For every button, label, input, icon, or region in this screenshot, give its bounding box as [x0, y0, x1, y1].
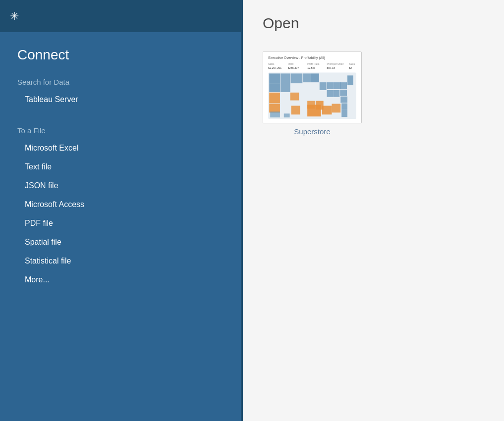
svg-rect-21: [290, 93, 299, 101]
svg-rect-35: [341, 104, 347, 109]
svg-rect-14: [269, 83, 280, 92]
svg-rect-25: [332, 104, 340, 113]
svg-text:$286,397: $286,397: [288, 66, 299, 69]
text-file-item[interactable]: Text file: [0, 158, 243, 176]
svg-rect-16: [291, 73, 303, 83]
search-for-data-label: Search for Data: [0, 73, 243, 90]
svg-rect-17: [303, 73, 311, 82]
svg-rect-38: [347, 75, 353, 85]
svg-text:Profit per Order: Profit per Order: [327, 63, 344, 65]
svg-rect-20: [269, 104, 280, 113]
sidebar: ✳ Connect Search for Data Tableau Server…: [0, 0, 243, 421]
svg-rect-31: [334, 90, 339, 97]
svg-rect-24: [322, 105, 332, 114]
sidebar-content: Connect Search for Data Tableau Server T…: [0, 32, 243, 421]
svg-rect-30: [327, 90, 334, 97]
microsoft-access-item[interactable]: Microsoft Access: [0, 195, 243, 214]
svg-text:Sales: Sales: [268, 63, 275, 65]
svg-text:Profit: Profit: [288, 63, 294, 65]
svg-text:Executive Overview - Profitabi: Executive Overview - Profitability (All): [268, 56, 325, 60]
connect-title: Connect: [0, 32, 243, 73]
open-title: Open: [263, 15, 484, 32]
svg-rect-39: [270, 111, 280, 117]
svg-rect-26: [291, 105, 300, 114]
tableau-logo-icon: ✳: [10, 11, 19, 22]
svg-rect-18: [311, 73, 319, 82]
svg-rect-32: [340, 82, 347, 89]
svg-text:$57.18: $57.18: [327, 66, 336, 69]
tableau-server-item[interactable]: Tableau Server: [0, 90, 243, 109]
svg-rect-19: [269, 93, 280, 104]
svg-rect-13: [269, 73, 280, 83]
spatial-file-item[interactable]: Spatial file: [0, 233, 243, 252]
superstore-thumbnail: Executive Overview - Profitability (All)…: [263, 52, 362, 123]
svg-rect-33: [340, 90, 347, 96]
svg-text:$2,297,201: $2,297,201: [268, 66, 281, 69]
svg-rect-37: [307, 105, 321, 117]
recent-files: Executive Overview - Profitability (All)…: [263, 52, 484, 136]
superstore-workbook-name: Superstore: [294, 127, 330, 136]
sidebar-header: ✳: [0, 0, 243, 32]
json-file-item[interactable]: JSON file: [0, 176, 243, 195]
svg-text:12.5%: 12.5%: [307, 66, 315, 69]
svg-rect-15: [280, 73, 290, 92]
svg-rect-27: [320, 82, 327, 90]
svg-rect-36: [341, 109, 347, 117]
svg-rect-34: [340, 97, 347, 103]
to-a-file-label: To a File: [0, 121, 243, 139]
svg-rect-40: [284, 113, 290, 117]
svg-text:$2: $2: [349, 66, 352, 69]
svg-text:Profit Ratio: Profit Ratio: [307, 63, 320, 65]
svg-text:Sales: Sales: [349, 63, 355, 65]
main-panel: Open Executive Overview - Profitability …: [243, 0, 504, 421]
svg-rect-29: [334, 82, 340, 89]
statistical-file-item[interactable]: Statistical file: [0, 252, 243, 270]
pdf-file-item[interactable]: PDF file: [0, 214, 243, 233]
svg-rect-28: [327, 82, 334, 89]
superstore-workbook-card[interactable]: Executive Overview - Profitability (All)…: [263, 52, 362, 136]
more-item[interactable]: More...: [0, 270, 243, 289]
microsoft-excel-item[interactable]: Microsoft Excel: [0, 139, 243, 158]
